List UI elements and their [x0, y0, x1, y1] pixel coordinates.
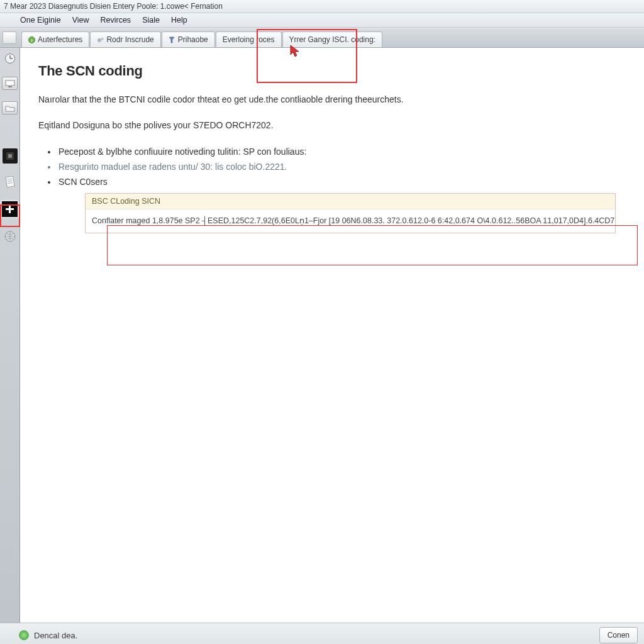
menu-revirces[interactable]: Revirces [99, 15, 133, 25]
bullet-item-1: Pecepost & bylbhe confiuuire notiveding … [57, 145, 626, 160]
tab-label: Everloing roces [223, 35, 275, 44]
svg-rect-18 [6, 208, 14, 210]
content-pane: The SCN coding Naırolar that the the BTC… [20, 48, 644, 623]
tab-label: Rodr Inscrude [106, 35, 153, 44]
info-icon: i [28, 36, 35, 43]
scn-output-header: BSC CLoding SICN [86, 194, 615, 209]
footer-status-text: Dencal dea. [34, 631, 77, 640]
window-title-bar: 7 Mear 2023 Diasegnutis Disien Entery Po… [0, 0, 644, 13]
tab-prihaobe[interactable]: Prihaobe [162, 31, 215, 47]
rail-add-icon[interactable] [1, 200, 19, 218]
scn-output-panel: BSC CLoding SICN Conflater maged 1,8.975… [85, 193, 616, 233]
tab-auterfectures[interactable]: i Auterfectures [21, 31, 89, 47]
footer-bar: Dencal dea. Conen [0, 623, 644, 644]
main-area: The SCN coding Naırolar that the the BTC… [0, 48, 644, 623]
page-title: The SCN coding [38, 63, 626, 79]
footer-continue-button[interactable]: Conen [599, 627, 638, 643]
bullet-item-3: SCN C0sers [57, 175, 626, 190]
footer-status: Dencal dea. [19, 630, 77, 640]
svg-rect-13 [5, 176, 14, 187]
rail-folder-icon[interactable] [2, 101, 18, 114]
svg-rect-10 [8, 86, 12, 87]
svg-marker-4 [169, 37, 174, 43]
rail-globe-icon[interactable] [3, 230, 17, 243]
tab-label: Auterfectures [38, 35, 82, 44]
bullet-list: Pecepost & bylbhe confiuuire notiveding … [57, 145, 626, 189]
rail-document-icon[interactable] [2, 174, 18, 190]
svg-point-2 [97, 38, 101, 42]
svg-rect-9 [6, 80, 14, 86]
footer-continue-label: Conen [608, 631, 630, 640]
tab-strip: i Auterfectures Rodr Inscrude Prihaobe E… [0, 28, 644, 48]
menu-one-eiginie[interactable]: One Eiginie [19, 15, 62, 25]
tab-label: Yrrer Gangy ISCI. coding: [289, 35, 375, 44]
intro-paragraph-2: Eqitland Dosiguna bo sthe polives your S… [38, 119, 626, 132]
tab-rodr-inscrude[interactable]: Rodr Inscrude [90, 31, 160, 47]
rail-clock-icon[interactable] [3, 52, 17, 65]
svg-rect-12 [8, 154, 12, 158]
menu-help[interactable]: Help [170, 15, 189, 25]
rail-module-icon[interactable] [3, 148, 18, 164]
bullet-item-2[interactable]: Resguriıto maduel ase radens untu/ 30: l… [57, 160, 626, 175]
status-dot-icon [19, 630, 29, 640]
menu-bar: One Eiginie View Revirces Siale Help [0, 13, 644, 28]
window-title-text: 7 Mear 2023 Diasegnutis Disien Entery Po… [4, 2, 223, 11]
tab-everloing-roces[interactable]: Everloing roces [216, 31, 282, 47]
menu-siale[interactable]: Siale [141, 15, 161, 25]
side-rail [0, 48, 20, 623]
filter-icon [169, 36, 175, 43]
scn-output-body: Conflater maged 1,8.975e SP2 ┤ESED,125C2… [86, 209, 615, 233]
gear-pair-icon [97, 36, 104, 43]
svg-point-3 [101, 37, 104, 40]
intro-paragraph-1: Naırolar that the the BTCNI codile codor… [38, 93, 626, 106]
tab-scn-coding[interactable]: Yrrer Gangy ISCI. coding: [282, 31, 382, 47]
rail-monitor-icon[interactable] [2, 77, 18, 90]
tab-label: Prihaobe [178, 35, 208, 44]
menu-view[interactable]: View [71, 15, 91, 25]
svg-text:i: i [31, 37, 32, 43]
